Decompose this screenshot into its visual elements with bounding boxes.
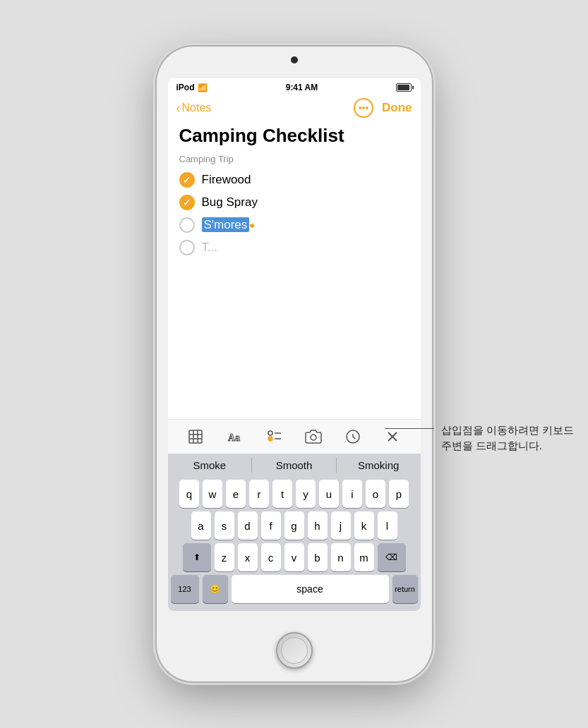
key-c[interactable]: c: [261, 543, 281, 571]
scene: iPod 📶 9:41 AM ‹ Notes •••: [0, 0, 588, 728]
key-h[interactable]: h: [308, 511, 328, 540]
svg-point-7: [268, 437, 272, 441]
key-u[interactable]: u: [319, 480, 339, 508]
list-item: Firewood: [179, 169, 409, 191]
autocomplete-bar: Smoke Smooth Smoking: [168, 454, 421, 477]
key-s[interactable]: s: [215, 511, 234, 540]
key-m[interactable]: m: [354, 543, 374, 571]
keyboard-row-1: q w e r t y u i o p: [171, 480, 418, 508]
item-text-bugspray: Bug Spray: [202, 195, 258, 210]
chevron-left-icon: ‹: [176, 101, 181, 116]
key-shift[interactable]: ⬆: [183, 543, 211, 571]
annotation: 삽입점을 이동하려면 키보드주변을 드래그합니다.: [441, 423, 574, 454]
wifi-icon: 📶: [198, 83, 208, 92]
keyboard-row-3: ⬆ z x c v b n m ⌫: [171, 543, 418, 571]
svg-text:Aa: Aa: [228, 432, 240, 443]
key-z[interactable]: z: [215, 543, 234, 571]
autocomplete-smooth[interactable]: Smooth: [252, 458, 337, 473]
front-camera: [291, 56, 298, 63]
back-label: Notes: [182, 102, 212, 114]
annotation-text: 삽입점을 이동하려면 키보드주변을 드래그합니다.: [441, 424, 574, 452]
note-title[interactable]: Camping Checklist: [179, 125, 409, 147]
key-x[interactable]: x: [238, 543, 258, 571]
autocomplete-smoking[interactable]: Smoking: [337, 458, 421, 473]
time-display: 9:41 AM: [286, 83, 318, 92]
key-y[interactable]: y: [296, 480, 316, 508]
table-button[interactable]: [184, 425, 207, 448]
checkbox-bugspray[interactable]: [179, 195, 195, 210]
key-l[interactable]: l: [378, 511, 397, 540]
cursor-dot: [250, 224, 254, 228]
key-e[interactable]: e: [226, 480, 246, 508]
keyboard: q w e r t y u i o p a s d f g: [168, 477, 421, 611]
highlighted-text: S'mores: [202, 217, 250, 232]
key-g[interactable]: g: [284, 511, 304, 540]
key-q[interactable]: q: [179, 480, 199, 508]
item-text-firewood: Firewood: [202, 173, 251, 187]
key-w[interactable]: w: [203, 480, 222, 508]
status-left: iPod 📶: [176, 83, 208, 92]
key-f[interactable]: f: [261, 511, 281, 540]
markup-button[interactable]: [342, 425, 364, 448]
nav-actions: ••• Done: [354, 98, 412, 118]
nav-bar: ‹ Notes ••• Done: [168, 95, 421, 122]
key-b[interactable]: b: [308, 543, 328, 571]
ellipsis-icon: •••: [359, 102, 369, 114]
key-backspace[interactable]: ⌫: [378, 543, 406, 571]
item-text-tent: T...: [202, 241, 218, 255]
key-space[interactable]: space: [232, 575, 389, 603]
key-n[interactable]: n: [331, 543, 351, 571]
key-numbers[interactable]: 123: [171, 575, 199, 603]
list-item: T...: [179, 236, 409, 259]
screen: iPod 📶 9:41 AM ‹ Notes •••: [168, 78, 421, 611]
svg-point-6: [268, 431, 272, 435]
battery-icon: [396, 83, 412, 92]
key-k[interactable]: k: [354, 511, 374, 540]
more-button[interactable]: •••: [354, 98, 373, 118]
home-button[interactable]: [276, 632, 313, 669]
key-p[interactable]: p: [389, 480, 409, 508]
key-d[interactable]: d: [238, 511, 258, 540]
checkbox-firewood[interactable]: [179, 172, 195, 188]
list-item: S'mores: [179, 214, 409, 236]
keyboard-row-2: a s d f g h j k l: [171, 511, 418, 540]
formatting-bar: Aa: [168, 419, 421, 454]
autocomplete-smoke[interactable]: Smoke: [168, 458, 253, 473]
done-button[interactable]: Done: [382, 101, 412, 115]
carrier-label: iPod: [176, 83, 195, 92]
camera-button[interactable]: [302, 425, 325, 448]
close-button[interactable]: [381, 425, 404, 448]
svg-point-10: [311, 435, 316, 440]
status-bar: iPod 📶 9:41 AM: [168, 78, 421, 95]
key-v[interactable]: v: [284, 543, 304, 571]
key-i[interactable]: i: [342, 480, 362, 508]
key-t[interactable]: t: [272, 480, 292, 508]
key-o[interactable]: o: [366, 480, 385, 508]
keyboard-row-4: 123 😊 space return: [171, 575, 418, 603]
back-button[interactable]: ‹ Notes: [176, 101, 212, 116]
key-emoji[interactable]: 😊: [203, 575, 228, 603]
list-item: Bug Spray: [179, 191, 409, 214]
key-return[interactable]: return: [392, 575, 418, 603]
checkbox-smores[interactable]: [179, 217, 195, 233]
device: iPod 📶 9:41 AM ‹ Notes •••: [157, 47, 432, 681]
home-button-ring: [281, 637, 308, 664]
checkbox-tent[interactable]: [179, 240, 195, 255]
svg-rect-0: [189, 430, 202, 443]
item-text-smores[interactable]: S'mores: [202, 218, 255, 232]
key-a[interactable]: a: [191, 511, 211, 540]
checklist-button[interactable]: [263, 425, 286, 448]
status-right: [396, 83, 412, 92]
key-j[interactable]: j: [331, 511, 351, 540]
text-style-button[interactable]: Aa: [224, 425, 246, 448]
section-label: Camping Trip: [179, 154, 409, 164]
note-content: Camping Checklist Camping Trip Firewood …: [168, 122, 421, 419]
key-r[interactable]: r: [249, 480, 269, 508]
